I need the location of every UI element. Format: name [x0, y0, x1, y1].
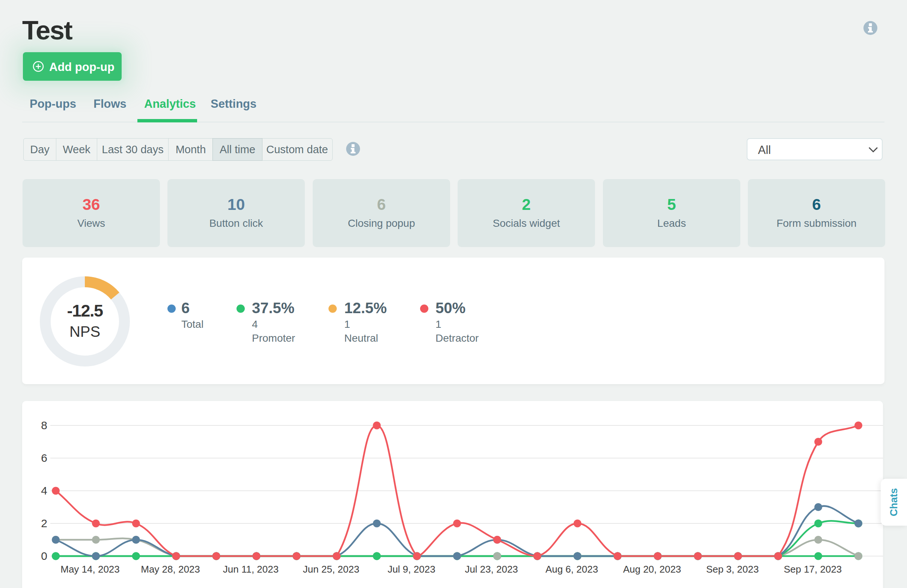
svg-text:Sep 3, 2023: Sep 3, 2023 [706, 564, 759, 575]
svg-text:8: 8 [41, 419, 47, 431]
svg-text:May 14, 2023: May 14, 2023 [61, 564, 120, 575]
svg-text:Jul 9, 2023: Jul 9, 2023 [388, 564, 435, 575]
svg-text:0: 0 [41, 550, 47, 562]
svg-text:Jun 25, 2023: Jun 25, 2023 [303, 564, 359, 575]
svg-text:Jun 11, 2023: Jun 11, 2023 [223, 564, 279, 575]
svg-text:2: 2 [41, 517, 47, 529]
svg-text:Jul 23, 2023: Jul 23, 2023 [465, 564, 518, 575]
svg-text:Sep 17, 2023: Sep 17, 2023 [784, 564, 842, 575]
svg-text:Aug 20, 2023: Aug 20, 2023 [623, 564, 681, 575]
svg-text:6: 6 [41, 452, 47, 464]
svg-text:Aug 6, 2023: Aug 6, 2023 [545, 564, 598, 575]
svg-text:May 28, 2023: May 28, 2023 [141, 564, 200, 575]
svg-text:4: 4 [41, 484, 47, 497]
